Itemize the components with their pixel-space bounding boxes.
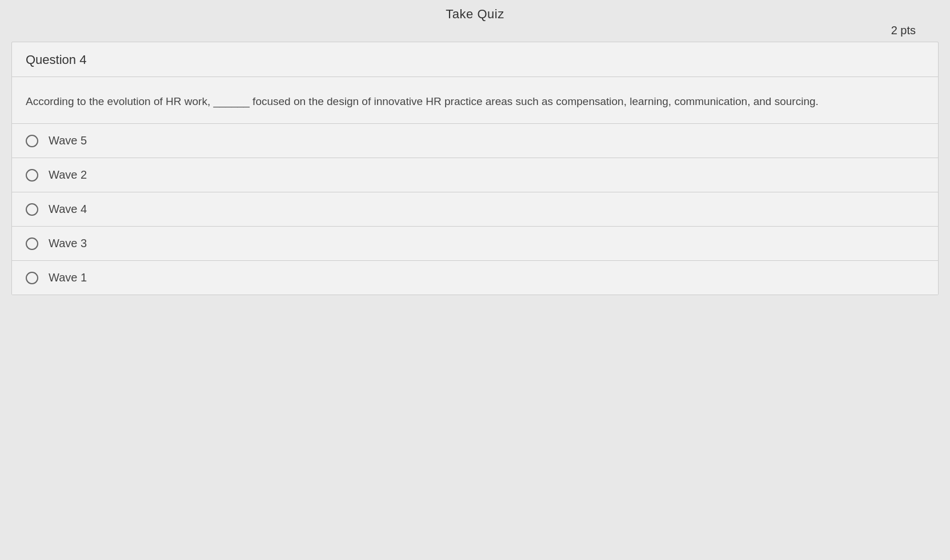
option-label-wave3: Wave 3 xyxy=(49,237,87,250)
question-header: Question 4 xyxy=(12,42,938,77)
option-item-wave5[interactable]: Wave 5 xyxy=(12,124,938,158)
radio-wave2[interactable] xyxy=(26,169,38,182)
option-label-wave4: Wave 4 xyxy=(49,203,87,216)
points-row: 2 pts xyxy=(0,24,950,42)
header-bar: Take Quiz xyxy=(0,0,950,24)
option-item-wave2[interactable]: Wave 2 xyxy=(12,158,938,192)
footer-spacer xyxy=(0,295,950,329)
option-item-wave3[interactable]: Wave 3 xyxy=(12,227,938,261)
option-label-wave5: Wave 5 xyxy=(49,134,87,147)
radio-wave4[interactable] xyxy=(26,203,38,216)
page-wrapper: Take Quiz 2 pts Question 4 According to … xyxy=(0,0,950,560)
option-label-wave2: Wave 2 xyxy=(49,168,87,182)
option-item-wave1[interactable]: Wave 1 xyxy=(12,261,938,295)
page-title: Take Quiz xyxy=(446,7,504,22)
option-label-wave1: Wave 1 xyxy=(49,271,87,284)
question-text: According to the evolution of HR work, _… xyxy=(26,93,924,110)
points-label: 2 pts xyxy=(891,24,916,37)
radio-wave1[interactable] xyxy=(26,272,38,284)
radio-wave5[interactable] xyxy=(26,135,38,147)
question-body: According to the evolution of HR work, _… xyxy=(12,77,938,124)
option-item-wave4[interactable]: Wave 4 xyxy=(12,192,938,227)
question-card: Question 4 According to the evolution of… xyxy=(11,42,939,295)
radio-wave3[interactable] xyxy=(26,237,38,250)
options-list: Wave 5Wave 2Wave 4Wave 3Wave 1 xyxy=(12,124,938,295)
question-number: Question 4 xyxy=(26,53,86,67)
